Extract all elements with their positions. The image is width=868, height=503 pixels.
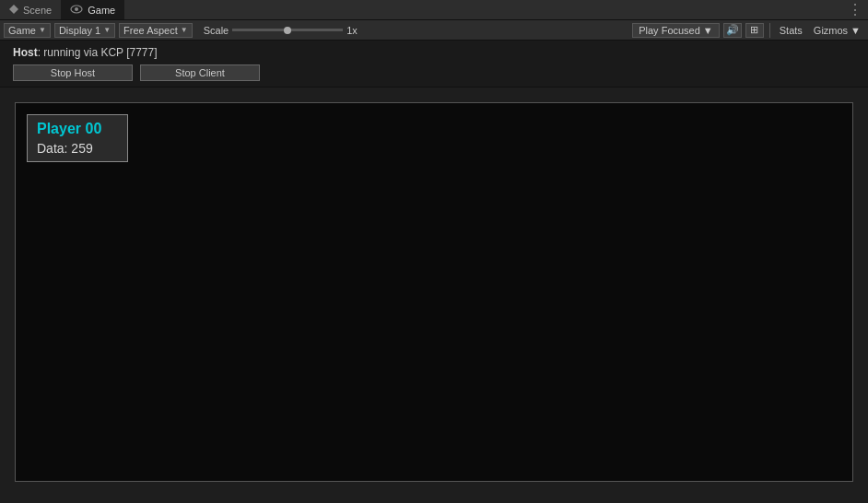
- player-data: Data: 259: [37, 141, 118, 156]
- mute-button[interactable]: 🔊: [723, 23, 742, 38]
- stats-label: Stats: [780, 25, 803, 36]
- gizmos-button[interactable]: Gizmos ▼: [810, 23, 864, 38]
- aspect-dropdown[interactable]: Free Aspect ▼: [119, 23, 193, 38]
- toolbar-divider: [769, 23, 770, 38]
- svg-point-2: [75, 7, 78, 11]
- play-focused-label: Play Focused: [639, 25, 700, 36]
- play-focused-arrow: ▼: [703, 25, 713, 36]
- toolbar-right: Play Focused ▼ 🔊 ⊞ Stats Gizmos ▼: [632, 23, 864, 38]
- gizmos-arrow: ▼: [850, 25, 861, 36]
- player-data-value: 259: [71, 141, 92, 156]
- game-controller-icon: [70, 5, 83, 16]
- grid-icon: ⊞: [750, 24, 758, 36]
- tab-more-button[interactable]: ⋮: [848, 1, 868, 18]
- aspect-label: Free Aspect: [123, 25, 178, 36]
- mute-icon: 🔊: [726, 24, 739, 36]
- gizmos-label: Gizmos: [814, 25, 848, 36]
- player-name: Player 00: [37, 121, 118, 137]
- aspect-dropdown-arrow: ▼: [181, 26, 188, 34]
- tab-scene[interactable]: Scene: [0, 0, 61, 19]
- tab-bar: Scene Game ⋮: [0, 0, 868, 20]
- game-dropdown[interactable]: Game ▼: [4, 23, 51, 38]
- stop-host-button[interactable]: Stop Host: [13, 64, 133, 81]
- host-status-text: Host: running via KCP [7777]: [13, 46, 855, 59]
- display-label: Display 1: [59, 25, 100, 36]
- game-dropdown-arrow: ▼: [39, 26, 46, 34]
- game-viewport: Player 00 Data: 259: [15, 102, 853, 482]
- host-status: running via KCP [7777]: [43, 46, 157, 59]
- scale-value: 1x: [346, 25, 358, 36]
- tab-game-label: Game: [88, 5, 115, 16]
- scale-label: Scale: [204, 25, 229, 36]
- player-card: Player 00 Data: 259: [27, 114, 128, 162]
- tab-scene-label: Scene: [23, 5, 52, 16]
- toolbar: Game ▼ Display 1 ▼ Free Aspect ▼ Scale 1…: [0, 20, 868, 41]
- scale-slider-thumb: [284, 27, 291, 34]
- host-prefix: Host: [13, 46, 38, 59]
- svg-marker-0: [9, 5, 18, 14]
- play-focused-button[interactable]: Play Focused ▼: [632, 23, 720, 38]
- scene-icon: [9, 5, 18, 16]
- host-bar: Host: running via KCP [7777] Stop Host S…: [0, 41, 868, 88]
- tab-game[interactable]: Game: [61, 0, 124, 19]
- host-buttons: Stop Host Stop Client: [13, 64, 855, 81]
- scale-section: Scale 1x: [204, 25, 358, 36]
- game-dropdown-label: Game: [8, 25, 36, 36]
- display-dropdown-arrow: ▼: [103, 26, 111, 34]
- scale-slider[interactable]: [232, 29, 343, 31]
- stop-client-button[interactable]: Stop Client: [140, 64, 260, 81]
- grid-button[interactable]: ⊞: [745, 23, 764, 38]
- stats-button[interactable]: Stats: [776, 23, 806, 38]
- player-data-label: Data:: [37, 141, 67, 156]
- display-dropdown[interactable]: Display 1 ▼: [54, 23, 115, 38]
